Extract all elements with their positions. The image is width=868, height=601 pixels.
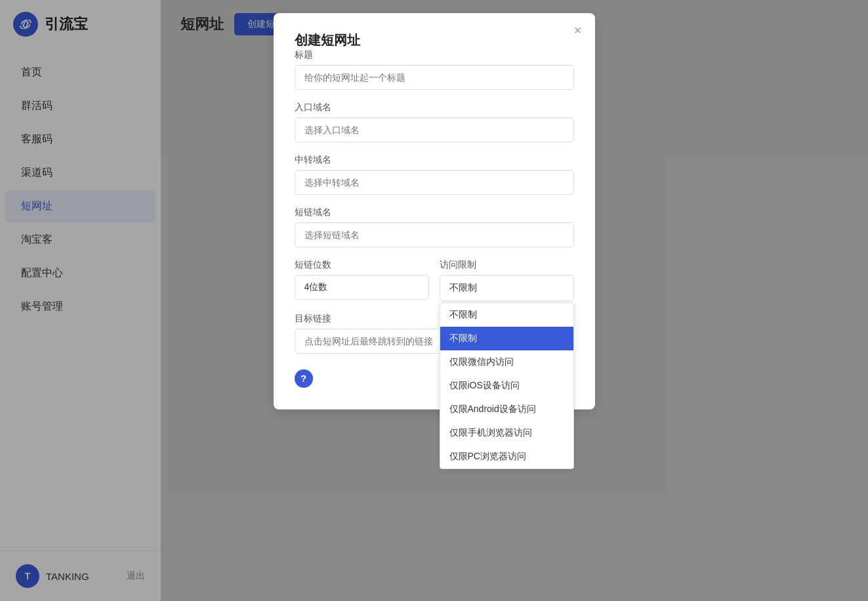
modal-title: 创建短网址 (295, 33, 360, 47)
access-limit-field-group: 访问限制 不限制 不限制 不限制 仅限微信内访问 仅限iOS设备访问 仅限And… (440, 259, 574, 301)
digits-and-access-row: 短链位数 访问限制 不限制 不限制 不限制 仅限微信内访问 仅限iOS设备访问 … (295, 259, 574, 301)
entry-domain-input[interactable] (295, 117, 574, 142)
relay-domain-label: 中转域名 (295, 154, 574, 166)
entry-domain-label: 入口域名 (295, 102, 574, 114)
option-ios-only[interactable]: 仅限iOS设备访问 (440, 374, 573, 398)
access-limit-dropdown-list: 不限制 不限制 仅限微信内访问 仅限iOS设备访问 仅限Android设备访问 … (440, 302, 574, 469)
short-domain-field-group: 短链域名 (295, 207, 574, 247)
option-android-only[interactable]: 仅限Android设备访问 (440, 398, 573, 421)
option-mobile-browser-only[interactable]: 仅限手机浏览器访问 (440, 421, 573, 445)
access-limit-value: 不限制 (449, 282, 477, 294)
title-input[interactable] (295, 65, 574, 90)
short-digits-input[interactable] (295, 275, 429, 300)
create-modal: 创建短网址 × 标题 入口域名 中转域名 短链域名 (274, 13, 595, 409)
short-digits-field-group: 短链位数 (295, 259, 429, 300)
access-limit-label: 访问限制 (440, 259, 574, 271)
modal-overlay: 创建短网址 × 标题 入口域名 中转域名 短链域名 (0, 0, 868, 601)
modal-close-button[interactable]: × (574, 24, 582, 37)
short-domain-input[interactable] (295, 222, 574, 247)
title-field-group: 标题 (295, 49, 574, 90)
entry-domain-field-group: 入口域名 (295, 102, 574, 142)
main-content: 短网址 创建短网址 创建短网址 × 标题 入口域名 中转域名 (161, 0, 868, 601)
title-label: 标题 (295, 49, 574, 61)
relay-domain-input[interactable] (295, 170, 574, 195)
option-unlimited[interactable]: 不限制 (440, 303, 573, 327)
help-button[interactable]: ? (295, 369, 313, 388)
relay-domain-field-group: 中转域名 (295, 154, 574, 195)
short-domain-label: 短链域名 (295, 207, 574, 218)
access-limit-dropdown[interactable]: 不限制 (440, 275, 574, 301)
option-wechat-only[interactable]: 仅限微信内访问 (440, 350, 573, 374)
option-pc-browser-only[interactable]: 仅限PC浏览器访问 (440, 445, 573, 468)
option-unlimited-selected[interactable]: 不限制 (440, 327, 573, 350)
short-digits-label: 短链位数 (295, 259, 429, 271)
